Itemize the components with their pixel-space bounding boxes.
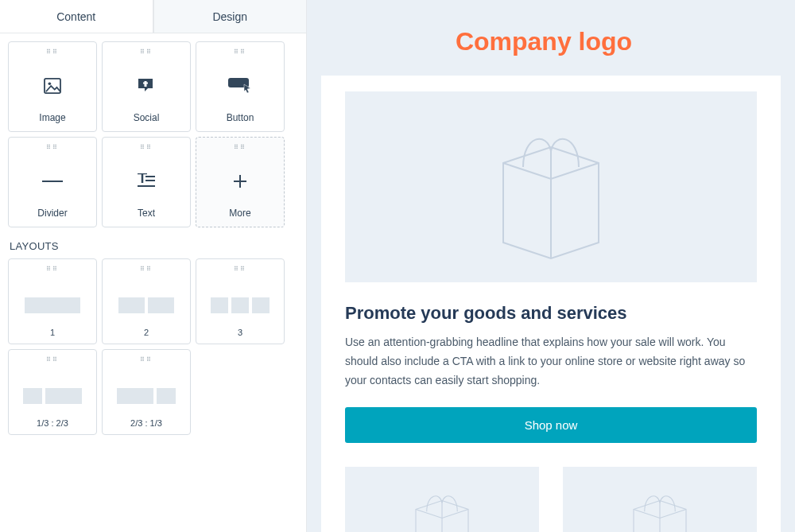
block-image[interactable]: ⠿⠿ Image [8,41,97,132]
block-text[interactable]: ⠿⠿ Text [102,137,191,227]
image-placeholder-left[interactable] [345,467,539,532]
block-label: Social [134,112,160,123]
promo-paragraph[interactable]: Use an attention-grabbing headline that … [345,333,757,390]
block-label: Button [227,112,254,123]
layout-preview [25,297,80,313]
email-body: Promote your goods and services Use an a… [321,76,781,532]
shopping-bag-icon [402,479,482,532]
layout-preview [118,297,174,313]
company-logo-placeholder[interactable]: Company logo [307,0,781,76]
layout-preview [117,388,176,404]
tab-content[interactable]: Content [0,0,153,33]
layout-blocks: ⠿⠿ 1 ⠿⠿ 2 ⠿⠿ [8,258,298,435]
svg-rect-4 [145,83,147,87]
drag-handle-icon: ⠿⠿ [140,146,153,150]
block-more[interactable]: ⠿⠿ More [196,137,285,227]
drag-handle-icon: ⠿⠿ [140,267,153,272]
social-icon [137,74,156,98]
two-column-row [345,467,757,532]
layout-label: 1/3 : 2/3 [37,418,68,428]
layout-preview [23,388,82,404]
layout-2col[interactable]: ⠿⠿ 2 [102,258,191,344]
layouts-heading: LAYOUTS [10,240,298,252]
drag-handle-icon: ⠿⠿ [234,267,246,272]
drag-handle-icon: ⠿⠿ [46,146,59,150]
layout-label: 2/3 : 1/3 [130,418,162,428]
drag-handle-icon: ⠿⠿ [140,358,153,363]
layout-label: 1 [50,328,55,337]
button-icon [228,74,252,98]
promo-heading[interactable]: Promote your goods and services [345,303,757,324]
drag-handle-icon: ⠿⠿ [234,146,246,150]
content-blocks: ⠿⠿ Image ⠿⠿ Social ⠿⠿ Button [8,41,298,227]
layout-1-3-2-3[interactable]: ⠿⠿ 1/3 : 2/3 [8,349,97,435]
content-panel: ⠿⠿ Image ⠿⠿ Social ⠿⠿ Button [0,33,306,443]
tab-design[interactable]: Design [153,0,307,33]
drag-handle-icon: ⠿⠿ [46,267,59,272]
divider-icon [42,169,63,193]
block-label: More [229,208,250,219]
shopping-bag-icon [620,479,700,532]
email-canvas[interactable]: Company logo Promote your goods and serv… [307,0,795,532]
layout-1col[interactable]: ⠿⠿ 1 [8,258,97,344]
block-label: Divider [37,208,67,219]
image-icon [44,74,61,98]
drag-handle-icon: ⠿⠿ [46,358,59,363]
svg-point-1 [48,82,52,85]
sidebar-tabs: Content Design [0,0,306,33]
drag-handle-icon: ⠿⠿ [234,50,246,55]
layout-3col[interactable]: ⠿⠿ 3 [196,258,285,344]
editor-sidebar: Content Design ⠿⠿ Image ⠿⠿ Social ⠿⠿ [0,0,307,532]
layout-label: 3 [238,328,242,337]
block-label: Image [39,112,65,123]
block-divider[interactable]: ⠿⠿ Divider [8,137,97,227]
drag-handle-icon: ⠿⠿ [140,50,153,55]
plus-icon [233,169,247,193]
drag-handle-icon: ⠿⠿ [46,50,59,55]
shop-now-button[interactable]: Shop now [345,407,757,443]
layout-label: 2 [144,328,149,337]
block-label: Text [138,208,155,219]
hero-image-placeholder[interactable] [345,91,757,282]
layout-2-3-1-3[interactable]: ⠿⠿ 2/3 : 1/3 [102,349,191,435]
layout-preview [211,297,270,313]
block-social[interactable]: ⠿⠿ Social [102,41,191,132]
image-placeholder-right[interactable] [563,467,757,532]
text-icon [138,169,155,193]
block-button[interactable]: ⠿⠿ Button [196,41,285,132]
shopping-bag-icon [479,107,622,266]
